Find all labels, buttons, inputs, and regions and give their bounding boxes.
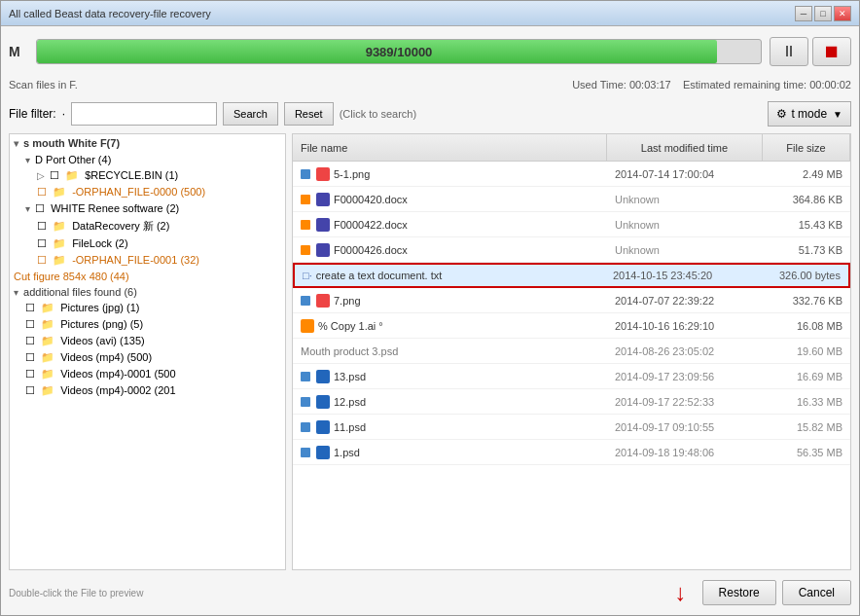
sidebar-item-renee[interactable]: ▾ ☐ WHITE Renee software (2) xyxy=(10,200,285,217)
file-date: 2014-10-15 23:45:20 xyxy=(605,270,761,281)
maximize-button[interactable]: □ xyxy=(814,6,832,21)
sidebar-item-pictures-jpg[interactable]: ☐ 📁 Pictures (jpg) (1) xyxy=(10,300,285,316)
file-name: 1.psd xyxy=(334,447,360,458)
col-header-date-label: Last modified time xyxy=(641,142,728,154)
file-size: 15.43 KB xyxy=(763,219,850,231)
window-title: All called Beast data recovery-file reco… xyxy=(9,8,211,19)
sidebar-item-pictures-png[interactable]: ☐ 📁 Pictures (png) (5) xyxy=(10,316,285,333)
sidebar: ▾ s mouth White F(7) ▾ D Port Other (4) … xyxy=(9,133,286,570)
expand-icon: ▷ xyxy=(37,170,45,181)
sidebar-label: Videos (mp4)-0002 (201 xyxy=(60,384,175,396)
folder-icon: 📁 xyxy=(41,318,54,330)
sidebar-item-dport[interactable]: ▾ D Port Other (4) xyxy=(10,152,285,167)
pause-button[interactable]: ⏸ xyxy=(770,37,808,66)
file-date: 2014-09-17 23:09:56 xyxy=(607,371,763,382)
sidebar-label: D Port Other (4) xyxy=(35,154,111,165)
table-row[interactable]: 11.psd 2014-09-17 09:10:55 15.82 MB xyxy=(293,415,850,440)
hint-text: Double-click the File to preview xyxy=(9,588,675,598)
expand-icon: ▾ xyxy=(25,203,30,214)
table-row[interactable]: 7.png 2014-07-07 22:39:22 332.76 KB xyxy=(293,288,850,313)
checkbox-icon: ☐ xyxy=(25,318,35,330)
sidebar-label: Pictures (png) (5) xyxy=(60,318,143,330)
table-row[interactable]: 12.psd 2014-09-17 22:52:33 16.33 MB xyxy=(293,389,850,415)
folder-icon: 📁 xyxy=(53,220,66,232)
file-size: 16.69 MB xyxy=(763,371,850,382)
sidebar-label: s mouth White F(7) xyxy=(23,137,120,149)
table-row[interactable]: 13.psd 2014-09-17 23:09:56 16.69 MB xyxy=(293,364,850,389)
checkbox-icon: ☐ xyxy=(25,368,35,380)
file-name: F0000422.docx xyxy=(334,219,408,231)
file-size: 16.33 MB xyxy=(763,396,850,408)
folder-icon: 📁 xyxy=(41,335,54,346)
file-name: 5-1.png xyxy=(334,168,370,180)
checkbox-icon: ☐ xyxy=(25,302,35,313)
file-table: File name Last modified time File size xyxy=(292,133,851,570)
pause-icon: ⏸ xyxy=(781,43,797,60)
table-row[interactable]: F0000420.docx Unknown 364.86 KB xyxy=(293,187,850,212)
file-status-icon xyxy=(301,195,310,204)
sidebar-item-additional[interactable]: ▾ additional files found (6) xyxy=(10,284,285,300)
progress-bar-container: 9389/10000 xyxy=(36,39,762,64)
sidebar-item-videos-mp4[interactable]: ☐ 📁 Videos (mp4) (500) xyxy=(10,349,285,366)
restore-button[interactable]: Restore xyxy=(702,580,776,605)
sidebar-item-orphan0[interactable]: ☐ 📁 -ORPHAN_FILE-0000 (500) xyxy=(10,184,285,200)
table-row[interactable]: % Copy 1.ai ° 2014-10-16 16:29:10 16.08 … xyxy=(293,313,850,339)
sidebar-item-cutfigure[interactable]: Cut figure 854x 480 (44) xyxy=(10,269,285,284)
sidebar-item-videos-avi[interactable]: ☐ 📁 Videos (avi) (135) xyxy=(10,333,285,349)
sidebar-item-orphan1[interactable]: ☐ 📁 -ORPHAN_FILE-0001 (32) xyxy=(10,252,285,269)
remaining-value: 00:00:02 xyxy=(809,79,851,91)
cancel-button[interactable]: Cancel xyxy=(782,580,851,605)
file-status-icon xyxy=(301,169,310,179)
sidebar-item-videos-mp4-0002[interactable]: ☐ 📁 Videos (mp4)-0002 (201 xyxy=(10,382,285,399)
reset-button[interactable]: Reset xyxy=(284,102,334,126)
checkbox-icon: ☐ xyxy=(37,237,47,249)
file-date: 2014-08-26 23:05:02 xyxy=(607,345,763,357)
ai-icon xyxy=(301,319,314,333)
file-size: 19.60 MB xyxy=(763,345,850,357)
mode-icon: ⚙ xyxy=(776,107,787,121)
file-size: 332.76 KB xyxy=(763,295,850,307)
main-window: All called Beast data recovery-file reco… xyxy=(0,0,860,616)
minimize-button[interactable]: ─ xyxy=(795,6,812,21)
table-row-selected[interactable]: □· create a text document. txt 2014-10-1… xyxy=(293,263,850,288)
png-icon xyxy=(316,167,330,181)
file-date: Unknown xyxy=(607,244,763,256)
table-row[interactable]: Mouth product 3.psd 2014-08-26 23:05:02 … xyxy=(293,339,850,364)
table-row[interactable]: F0000422.docx Unknown 15.43 KB xyxy=(293,212,850,237)
sidebar-label: additional files found (6) xyxy=(23,286,137,298)
filter-input[interactable] xyxy=(71,102,217,126)
sidebar-label: Videos (mp4) (500) xyxy=(60,351,152,363)
table-row[interactable]: 5-1.png 2014-07-14 17:00:04 2.49 MB xyxy=(293,162,850,187)
sidebar-label: Videos (avi) (135) xyxy=(60,335,145,346)
col-header-name-label: File name xyxy=(301,142,347,154)
table-row[interactable]: F0000426.docx Unknown 51.73 KB xyxy=(293,237,850,263)
sidebar-label: $RECYCLE.BIN (1) xyxy=(85,169,178,181)
psd-icon xyxy=(316,370,330,383)
close-button[interactable]: ✕ xyxy=(834,6,851,21)
expand-icon: ▾ xyxy=(14,138,18,149)
docx-icon xyxy=(316,218,330,232)
stop-button[interactable]: ⏹ xyxy=(812,37,851,66)
mode-selector[interactable]: ⚙ t mode ▼ xyxy=(768,101,851,127)
table-row[interactable]: 1.psd 2014-09-18 19:48:06 56.35 MB xyxy=(293,440,850,465)
sidebar-item-white-f[interactable]: ▾ s mouth White F(7) xyxy=(10,134,285,152)
checkbox-icon: ☐ xyxy=(25,335,35,346)
file-status-icon xyxy=(301,220,310,230)
file-status-icon xyxy=(301,372,310,381)
sidebar-item-filelock[interactable]: ☐ 📁 FileLock (2) xyxy=(10,236,285,252)
time-info: Used Time: 00:03:17 Estimated remaining … xyxy=(572,79,851,91)
sidebar-item-datarecovery[interactable]: ☐ 📁 DataRecovery 新 (2) xyxy=(10,217,285,236)
file-size: 51.73 KB xyxy=(763,244,850,256)
folder-icon: 📁 xyxy=(41,368,54,380)
sidebar-item-videos-mp4-0001[interactable]: ☐ 📁 Videos (mp4)-0001 (500 xyxy=(10,366,285,382)
col-header-size: File size xyxy=(763,134,850,161)
filter-label: File filter: xyxy=(9,107,56,121)
sidebar-item-recycle[interactable]: ▷ ☐ 📁 $RECYCLE.BIN (1) xyxy=(10,167,285,184)
filter-bar: File filter: · Search Reset (Click to se… xyxy=(9,100,851,127)
file-size: 2.49 MB xyxy=(763,168,850,180)
search-button[interactable]: Search xyxy=(223,102,278,126)
file-date: 2014-09-17 09:10:55 xyxy=(607,421,763,433)
window-controls: ─ □ ✕ xyxy=(795,6,851,21)
file-name: F0000426.docx xyxy=(334,244,408,256)
mode-label: t mode xyxy=(791,107,827,121)
